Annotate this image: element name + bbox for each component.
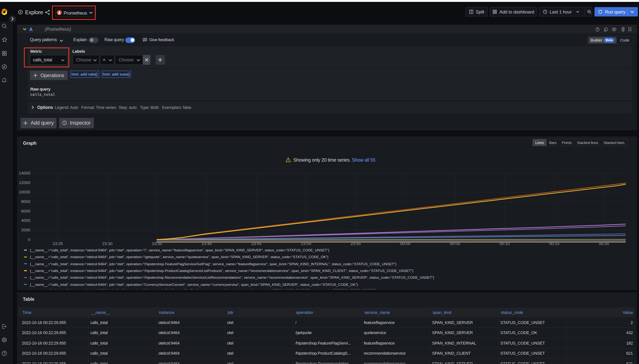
svg-text:00:05: 00:05	[450, 241, 460, 246]
svg-text:23:55: 23:55	[350, 241, 361, 246]
svg-text:23:50: 23:50	[301, 241, 311, 246]
svg-text:23:35: 23:35	[152, 241, 162, 246]
svg-text:12000: 12000	[19, 180, 30, 185]
svg-text:00:20: 00:20	[599, 241, 609, 246]
svg-text:4000: 4000	[21, 218, 30, 223]
svg-text:23:30: 23:30	[102, 241, 112, 246]
svg-text:23:40: 23:40	[202, 241, 212, 246]
svg-text:14000: 14000	[19, 171, 30, 176]
svg-text:6000: 6000	[21, 209, 30, 214]
svg-text:00:00: 00:00	[400, 241, 410, 246]
svg-text:00:15: 00:15	[549, 241, 560, 246]
svg-text:10000: 10000	[19, 190, 30, 194]
svg-text:0: 0	[28, 237, 30, 242]
svg-text:23:45: 23:45	[251, 241, 262, 246]
svg-text:8000: 8000	[21, 199, 30, 204]
svg-text:23:25: 23:25	[52, 241, 63, 246]
svg-text:00:10: 00:10	[500, 241, 510, 246]
svg-text:2000: 2000	[21, 228, 30, 232]
